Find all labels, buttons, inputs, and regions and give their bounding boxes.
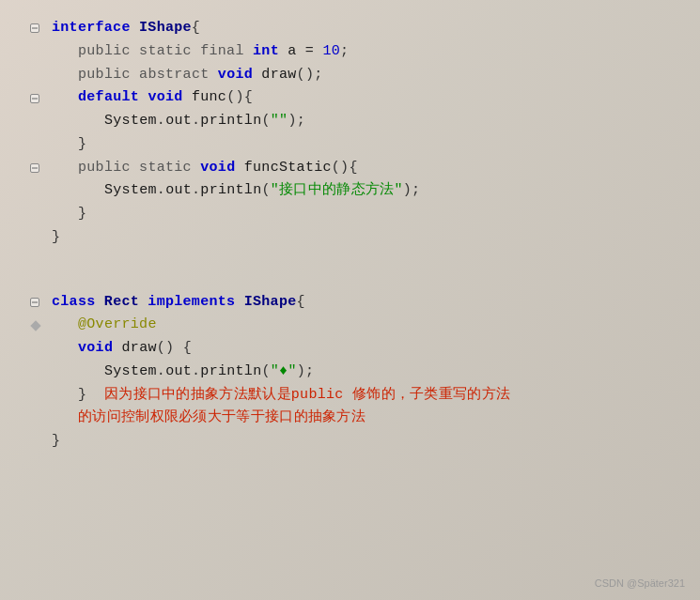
diamond-icon-14 bbox=[30, 320, 40, 331]
line-content-19: } bbox=[52, 430, 60, 454]
gutter-13[interactable] bbox=[9, 291, 47, 315]
line-content-16: System.out.println("♦"); bbox=[104, 361, 314, 384]
fold-icon-4[interactable] bbox=[30, 94, 39, 103]
code-line-8: System.out.println("接口中的静态方法"); bbox=[52, 179, 681, 203]
line-content-6: } bbox=[78, 133, 86, 157]
line-content-4: default void func(){ bbox=[78, 86, 253, 110]
gutter-15 bbox=[9, 337, 47, 361]
line-content-5: System.out.println(""); bbox=[104, 110, 305, 133]
gutter-1[interactable] bbox=[9, 17, 47, 40]
gutter-9 bbox=[9, 203, 47, 226]
code-line-18: 的访问控制权限必须大于等于接口的抽象方法 bbox=[52, 407, 681, 430]
gutter-8 bbox=[9, 179, 47, 203]
code-line-3: public abstract void draw(); bbox=[52, 64, 681, 87]
gutter-18 bbox=[9, 407, 47, 430]
gutter-3 bbox=[9, 64, 47, 87]
code-container: interface IShape{ public static final in… bbox=[0, 0, 700, 600]
fold-icon-13[interactable] bbox=[30, 298, 39, 307]
code-line-13: class Rect implements IShape{ bbox=[52, 291, 681, 315]
line-content-8: System.out.println("接口中的静态方法"); bbox=[104, 179, 420, 203]
code-line-4: default void func(){ bbox=[52, 86, 681, 110]
gutter-5 bbox=[9, 110, 47, 133]
line-content-9: } bbox=[78, 203, 86, 226]
line-content-1: interface IShape{ bbox=[52, 17, 200, 40]
code-line-2: public static final int a = 10; bbox=[52, 40, 681, 64]
gutter-7[interactable] bbox=[9, 157, 47, 180]
code-line-7: public static void funcStatic(){ bbox=[52, 157, 681, 180]
watermark: CSDN @Später321 bbox=[595, 577, 685, 589]
blank-line-1 bbox=[52, 250, 681, 270]
gutter-2 bbox=[9, 40, 47, 64]
line-content-2: public static final int a = 10; bbox=[78, 40, 349, 64]
gutter-14[interactable] bbox=[9, 314, 47, 337]
code-line-5: System.out.println(""); bbox=[52, 110, 681, 133]
line-content-7: public static void funcStatic(){ bbox=[78, 157, 358, 180]
line-content-15: void draw() { bbox=[78, 337, 192, 361]
line-content-18: 的访问控制权限必须大于等于接口的抽象方法 bbox=[78, 407, 366, 430]
code-line-19: } bbox=[52, 430, 681, 454]
code-line-15: void draw() { bbox=[52, 337, 681, 361]
blank-line-2 bbox=[52, 270, 681, 291]
gutter-6 bbox=[9, 133, 47, 157]
code-line-10: } bbox=[52, 226, 681, 250]
line-content-17: } 因为接口中的抽象方法默认是public 修饰的，子类重写的方法 bbox=[78, 384, 510, 408]
code-line-16: System.out.println("♦"); bbox=[52, 361, 681, 384]
code-line-1: interface IShape{ bbox=[52, 17, 681, 40]
fold-icon-7[interactable] bbox=[30, 163, 39, 173]
gutter-4[interactable] bbox=[9, 86, 47, 110]
code-line-14: @Override bbox=[52, 314, 681, 337]
line-content-3: public abstract void draw(); bbox=[78, 64, 322, 87]
code-line-6: } bbox=[52, 133, 681, 157]
line-content-14: @Override bbox=[78, 314, 157, 337]
gutter-17 bbox=[9, 384, 47, 408]
line-content-13: class Rect implements IShape{ bbox=[52, 291, 305, 315]
gutter-10 bbox=[9, 226, 47, 250]
code-line-9: } bbox=[52, 203, 681, 226]
gutter-19 bbox=[9, 430, 47, 454]
line-content-10: } bbox=[52, 226, 60, 250]
fold-icon-1[interactable] bbox=[30, 23, 39, 33]
code-line-17: } 因为接口中的抽象方法默认是public 修饰的，子类重写的方法 bbox=[52, 384, 681, 408]
gutter-16 bbox=[9, 361, 47, 384]
